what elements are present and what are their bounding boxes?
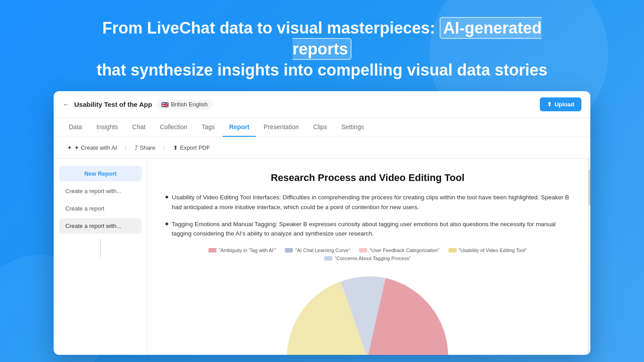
chart-legend: "Ambiguity in 'Tag with AI'" "AI Chat Le… xyxy=(165,248,570,261)
divider-2: | xyxy=(163,145,165,151)
legend-item-5: "Concerns About Tagging Process" xyxy=(324,256,411,261)
create-ai-icon: ✦ xyxy=(67,144,72,151)
legend-color-1 xyxy=(208,248,216,253)
legend-item-3: "User Feedback Categorization" xyxy=(359,248,439,253)
flag-icon: 🇬🇧 xyxy=(161,101,169,108)
tab-collection[interactable]: Collection xyxy=(153,118,193,137)
tab-tags[interactable]: Tags xyxy=(195,118,221,137)
project-title: Usability Test of the App xyxy=(74,101,152,108)
hero-line2: that synthesize insights into compelling… xyxy=(97,61,547,79)
sidebar: New Report Create a report with... Creat… xyxy=(54,159,148,355)
legend-color-4 xyxy=(449,248,457,253)
scrollbar-track[interactable] xyxy=(588,159,590,355)
legend-color-3 xyxy=(359,248,367,253)
bullet-2-text: Tagging Emotions and Manual Tagging: Spe… xyxy=(172,219,570,239)
export-pdf-button[interactable]: ⬆ Export PDF xyxy=(169,142,215,154)
tab-report[interactable]: Report xyxy=(223,118,255,137)
sidebar-item-create-1-label: Create a report with... xyxy=(65,188,121,194)
tab-data[interactable]: Data xyxy=(63,118,89,137)
sidebar-item-create-3[interactable]: Create a report with... xyxy=(59,218,142,234)
tab-insights[interactable]: Insights xyxy=(90,118,124,137)
main-content: New Report Create a report with... Creat… xyxy=(54,159,590,355)
back-button[interactable]: ← xyxy=(63,101,70,109)
share-button[interactable]: ⤴ Share xyxy=(130,142,160,154)
legend-item-4: "Usability of Video Editing Tool" xyxy=(449,248,527,253)
language-badge[interactable]: 🇬🇧 British English xyxy=(157,100,212,109)
create-ai-button[interactable]: ✦ ✦ Create with AI xyxy=(63,142,122,154)
tab-settings[interactable]: Settings xyxy=(335,118,370,137)
upload-label: Upload xyxy=(555,101,574,108)
hero-section: From LiveChat data to visual masterpiece… xyxy=(67,0,577,91)
hero-heading: From LiveChat data to visual masterpiece… xyxy=(76,18,568,80)
bullet-dot-1 xyxy=(165,196,168,198)
divider-1: | xyxy=(125,145,127,151)
pie-chart-container xyxy=(165,268,570,355)
tab-clips[interactable]: Clips xyxy=(307,118,333,137)
sidebar-item-create-1[interactable]: Create a report with... xyxy=(59,183,142,199)
sidebar-divider xyxy=(100,239,101,257)
sidebar-item-new-report[interactable]: New Report xyxy=(59,166,142,181)
legend-label-1: "Ambiguity in 'Tag with AI'" xyxy=(219,248,276,253)
language-label: British English xyxy=(171,101,208,108)
scrollbar-thumb[interactable] xyxy=(589,169,590,205)
sidebar-item-create-2-label: Create a report xyxy=(65,205,104,212)
tab-chat[interactable]: Chat xyxy=(126,118,152,137)
legend-label-5: "Concerns About Tagging Process" xyxy=(335,256,411,261)
top-bar: ← Usability Test of the App 🇬🇧 British E… xyxy=(54,91,590,118)
export-icon: ⬆ xyxy=(173,144,178,151)
top-bar-left: ← Usability Test of the App 🇬🇧 British E… xyxy=(63,100,212,109)
share-label: Share xyxy=(140,144,156,151)
legend-label-4: "Usability of Video Editing Tool" xyxy=(459,248,527,253)
bullet-dot-2 xyxy=(165,223,168,225)
chart-section: "Ambiguity in 'Tag with AI'" "AI Chat Le… xyxy=(165,248,570,355)
upload-button[interactable]: ⬆ Upload xyxy=(540,97,581,111)
nav-tabs: Data Insights Chat Collection Tags Repor… xyxy=(54,118,590,137)
sidebar-item-create-3-label: Create a report with... xyxy=(65,223,121,229)
report-area: Research Process and Video Editing Tool … xyxy=(148,159,588,355)
app-window: ← Usability Test of the App 🇬🇧 British E… xyxy=(54,91,590,355)
legend-color-2 xyxy=(285,248,293,253)
action-bar: ✦ ✦ Create with AI | ⤴ Share | ⬆ Export … xyxy=(54,137,590,159)
pie-chart-svg xyxy=(283,268,453,355)
export-label: Export PDF xyxy=(180,144,210,151)
share-icon: ⤴ xyxy=(135,144,138,151)
legend-item-2: "AI Chat Learning Curve" xyxy=(285,248,350,253)
report-title: Research Process and Video Editing Tool xyxy=(165,172,570,184)
create-ai-label: ✦ Create with AI xyxy=(74,144,117,151)
legend-label-3: "User Feedback Categorization" xyxy=(369,248,439,253)
sidebar-item-create-2[interactable]: Create a report xyxy=(59,201,142,216)
legend-item-1: "Ambiguity in 'Tag with AI'" xyxy=(208,248,276,253)
bullet-1: Usability of Video Editing Tool Interfac… xyxy=(165,193,570,212)
report-content: Usability of Video Editing Tool Interfac… xyxy=(165,193,570,238)
bullet-2: Tagging Emotions and Manual Tagging: Spe… xyxy=(165,219,570,239)
hero-line1: From LiveChat data to visual masterpiece… xyxy=(102,19,435,37)
back-arrow-icon: ← xyxy=(63,101,70,109)
legend-color-5 xyxy=(324,256,332,261)
legend-label-2: "AI Chat Learning Curve" xyxy=(295,248,350,253)
bullet-1-text: Usability of Video Editing Tool Interfac… xyxy=(172,193,570,212)
tab-presentation[interactable]: Presentation xyxy=(258,118,305,137)
sidebar-item-new-report-label: New Report xyxy=(84,170,116,177)
upload-icon: ⬆ xyxy=(547,101,552,108)
